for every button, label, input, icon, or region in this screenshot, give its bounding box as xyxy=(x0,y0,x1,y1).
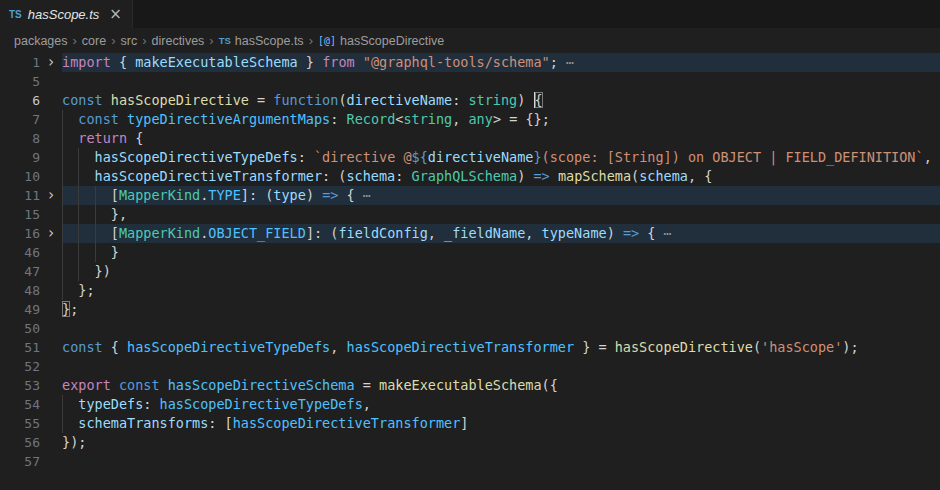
code-token: , xyxy=(428,225,444,241)
code-line-content[interactable]: import { makeExecutableSchema } from "@g… xyxy=(62,53,940,72)
code-line-content[interactable] xyxy=(62,357,940,376)
line-number[interactable]: 55 xyxy=(0,414,40,433)
code-line-content[interactable]: } xyxy=(62,243,940,262)
code-line[interactable]: 8 return { xyxy=(0,129,940,148)
gutter-fold-column xyxy=(40,300,62,319)
code-line[interactable]: 9 hasScopeDirectiveTypeDefs: `directive … xyxy=(0,148,940,167)
code-line-content[interactable]: [MapperKind.OBJECT_FIELD]: (fieldConfig,… xyxy=(62,224,940,243)
code-line[interactable]: 16› [MapperKind.OBJECT_FIELD]: (fieldCon… xyxy=(0,224,940,243)
code-line-content[interactable]: }, xyxy=(62,205,940,224)
code-line-content[interactable]: [MapperKind.TYPE]: (type) => { ⋯ xyxy=(62,186,940,205)
breadcrumb-label: hasScope.ts xyxy=(235,34,304,48)
line-number[interactable]: 8 xyxy=(0,129,40,148)
code-line[interactable]: 53export const hasScopeDirectiveSchema =… xyxy=(0,376,940,395)
code-line[interactable]: 1›import { makeExecutableSchema } from "… xyxy=(0,53,940,72)
code-line[interactable]: 55 schemaTransforms: [hasScopeDirectiveT… xyxy=(0,414,940,433)
code-token: "@graphql-tools/schema" xyxy=(363,54,550,70)
code-line-content[interactable]: const hasScopeDirective = function(direc… xyxy=(62,91,940,110)
code-line[interactable]: 5 xyxy=(0,72,940,91)
code-token: hasScopeDirectiveSchema xyxy=(168,377,355,393)
code-line-content[interactable]: typeDefs: hasScopeDirectiveTypeDefs, xyxy=(62,395,940,414)
code-line-content[interactable]: }; xyxy=(62,281,940,300)
line-number[interactable]: 48 xyxy=(0,281,40,300)
code-line[interactable]: 11› [MapperKind.TYPE]: (type) => { ⋯ xyxy=(0,186,940,205)
line-number[interactable]: 46 xyxy=(0,243,40,262)
breadcrumb-item-hasscopedirective[interactable]: [@]hasScopeDirective xyxy=(318,34,444,48)
code-line-content[interactable]: export const hasScopeDirectiveSchema = m… xyxy=(62,376,940,395)
code-line[interactable]: 54 typeDefs: hasScopeDirectiveTypeDefs, xyxy=(0,395,940,414)
code-editor[interactable]: 1›import { makeExecutableSchema } from "… xyxy=(0,53,940,471)
line-number[interactable]: 57 xyxy=(0,452,40,471)
tab-title: hasScope.ts xyxy=(28,7,100,22)
code-line[interactable]: 56}); xyxy=(0,433,940,452)
code-line-content[interactable]: }); xyxy=(62,433,940,452)
code-token: OBJECT_FIELD xyxy=(208,225,306,241)
close-icon[interactable]: × xyxy=(109,7,122,22)
code-token: : ( xyxy=(322,168,346,184)
code-line-content[interactable] xyxy=(62,452,940,471)
line-number[interactable]: 7 xyxy=(0,110,40,129)
code-line[interactable]: 49}; xyxy=(0,300,940,319)
code-token: GraphQLSchema xyxy=(412,168,518,184)
breadcrumb-item-src[interactable]: src xyxy=(121,34,138,48)
breadcrumb-item-packages[interactable]: packages xyxy=(14,34,68,48)
line-number[interactable]: 11 xyxy=(0,186,40,205)
line-number[interactable]: 5 xyxy=(0,72,40,91)
chevron-right-icon[interactable]: › xyxy=(46,186,55,205)
line-number[interactable]: 1 xyxy=(0,53,40,72)
line-number[interactable]: 56 xyxy=(0,433,40,452)
code-line[interactable]: 7 const typeDirectiveArgumentMaps: Recor… xyxy=(0,110,940,129)
typescript-file-icon: TS xyxy=(219,35,231,46)
indent-guide xyxy=(62,148,63,167)
breadcrumb-item-core[interactable]: core xyxy=(82,34,106,48)
code-line-content[interactable]: const typeDirectiveArgumentMaps: Record<… xyxy=(62,110,940,129)
line-number[interactable]: 51 xyxy=(0,338,40,357)
code-line[interactable]: 15 }, xyxy=(0,205,940,224)
code-token: const xyxy=(78,111,127,127)
code-token: ] xyxy=(460,415,468,431)
code-token: { xyxy=(111,339,127,355)
code-line[interactable]: 57 xyxy=(0,452,940,471)
tab-hasscope[interactable]: TS hasScope.ts × xyxy=(0,0,133,28)
line-number[interactable]: 9 xyxy=(0,148,40,167)
gutter-fold-column xyxy=(40,148,62,167)
code-line-content[interactable] xyxy=(62,319,940,338)
code-line[interactable]: 52 xyxy=(0,357,940,376)
code-token: } xyxy=(533,149,541,165)
symbol-variable-icon: [@] xyxy=(318,35,336,46)
code-line[interactable]: 48 }; xyxy=(0,281,940,300)
indent-guide xyxy=(78,224,79,243)
line-number[interactable]: 15 xyxy=(0,205,40,224)
code-token xyxy=(550,168,558,184)
line-number[interactable]: 49 xyxy=(0,300,40,319)
line-number[interactable]: 53 xyxy=(0,376,40,395)
line-number[interactable]: 6 xyxy=(0,91,40,110)
code-line-content[interactable]: hasScopeDirectiveTransformer: (schema: G… xyxy=(62,167,940,186)
code-line[interactable]: 50 xyxy=(0,319,940,338)
code-line[interactable]: 10 hasScopeDirectiveTransformer: (schema… xyxy=(0,167,940,186)
line-number[interactable]: 16 xyxy=(0,224,40,243)
chevron-right-icon[interactable]: › xyxy=(46,224,55,243)
line-number[interactable]: 52 xyxy=(0,357,40,376)
code-line-content[interactable]: }; xyxy=(62,300,940,319)
code-line[interactable]: 47 }) xyxy=(0,262,940,281)
code-line-content[interactable] xyxy=(62,72,940,91)
code-line[interactable]: 51const { hasScopeDirectiveTypeDefs, has… xyxy=(0,338,940,357)
code-line-content[interactable]: hasScopeDirectiveTypeDefs: `directive @$… xyxy=(62,148,940,167)
breadcrumb-item-hasscope-ts[interactable]: TShasScope.ts xyxy=(219,34,304,48)
code-line-content[interactable]: schemaTransforms: [hasScopeDirectiveTran… xyxy=(62,414,940,433)
code-line-content[interactable]: return { xyxy=(62,129,940,148)
code-token: MapperKind xyxy=(119,225,200,241)
code-line[interactable]: 46 } xyxy=(0,243,940,262)
code-token: ({ xyxy=(542,377,558,393)
code-line-content[interactable]: }) xyxy=(62,262,940,281)
breadcrumb-item-directives[interactable]: directives xyxy=(152,34,205,48)
line-number[interactable]: 10 xyxy=(0,167,40,186)
line-number[interactable]: 50 xyxy=(0,319,40,338)
code-line-content[interactable]: const { hasScopeDirectiveTypeDefs, hasSc… xyxy=(62,338,940,357)
chevron-right-icon[interactable]: › xyxy=(46,53,55,72)
line-number[interactable]: 54 xyxy=(0,395,40,414)
code-token: ⋯ xyxy=(566,54,574,70)
line-number[interactable]: 47 xyxy=(0,262,40,281)
code-line[interactable]: 6const hasScopeDirective = function(dire… xyxy=(0,91,940,110)
